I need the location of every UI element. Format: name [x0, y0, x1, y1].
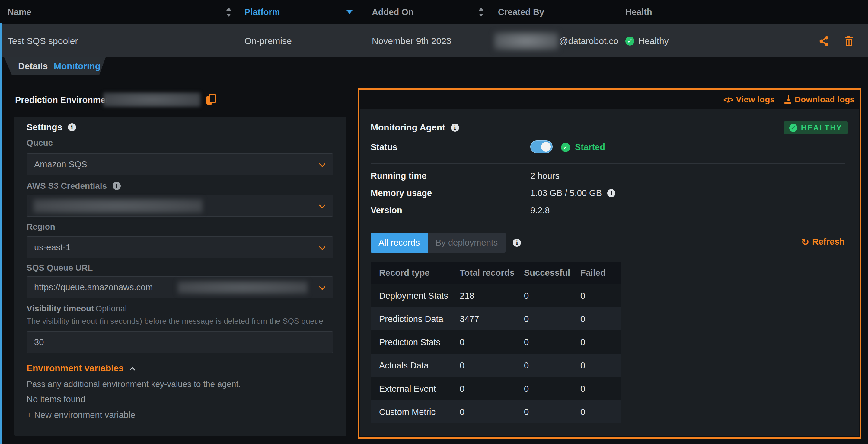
no-items-text: No items found: [27, 394, 85, 405]
running-time-value: 2 hours: [530, 171, 560, 181]
visibility-timeout-value: 30: [34, 337, 44, 347]
info-icon[interactable]: [607, 189, 615, 197]
table-row: Predictions Data 3477 0 0: [371, 307, 621, 330]
table-row: Prediction Stats 0 0 0: [371, 330, 621, 354]
col-total-records: Total records: [460, 268, 515, 278]
monitoring-agent-card: Monitoring Agent HEALTHY Status Started …: [360, 109, 859, 437]
platform-value: On-premise: [245, 36, 292, 46]
view-logs-button[interactable]: </> View logs: [723, 95, 775, 105]
credentials-label: AWS S3 Credentials: [27, 181, 107, 190]
column-created-by: Created By: [498, 7, 544, 17]
visibility-help-text: The visibility timeout (in seconds) befo…: [27, 317, 323, 326]
redacted-sqs-url: [178, 281, 308, 294]
region-select[interactable]: us-east-1: [27, 237, 333, 258]
memory-usage-label: Memory usage: [371, 188, 432, 198]
list-column-header: Name Platform Added On Created By Health: [0, 0, 868, 24]
added-on-value: November 9th 2023: [372, 36, 452, 46]
version-value: 9.2.8: [530, 205, 550, 215]
chevron-down-icon: [319, 161, 326, 167]
status-started: Started: [561, 142, 605, 152]
environment-row[interactable]: Test SQS spooler On-premise November 9th…: [0, 24, 868, 57]
environment-name-link[interactable]: Test SQS spooler: [7, 36, 78, 46]
column-name[interactable]: Name: [7, 7, 31, 17]
redacted-credentials: [33, 199, 203, 213]
queue-label: Queue: [27, 138, 53, 148]
filter-dropdown-icon[interactable]: [346, 10, 352, 14]
health-check-icon: [625, 36, 634, 46]
monitoring-agent-title: Monitoring Agent: [371, 122, 445, 132]
share-icon[interactable]: [818, 35, 830, 47]
settings-title: Settings: [27, 122, 62, 132]
records-view-tabs: All records By deployments: [371, 233, 521, 253]
table-row: External Event 0 0 0: [371, 377, 621, 400]
settings-panel: Settings Queue Amazon SQS AWS S3 Credent…: [14, 117, 346, 436]
table-row: Deployment Stats 218 0 0: [371, 284, 621, 307]
healthy-status-badge: HEALTHY: [784, 121, 848, 134]
code-icon: </>: [723, 95, 733, 105]
delete-icon[interactable]: [843, 35, 855, 47]
redacted-environment-id: [103, 92, 200, 107]
check-icon: [789, 124, 797, 132]
sqs-url-label: SQS Queue URL: [27, 263, 93, 273]
region-label: Region: [27, 222, 55, 232]
sqs-url-value: https://queue.amazonaws.com: [34, 283, 153, 292]
creator-domain: @datarobot.co: [559, 36, 618, 46]
refresh-icon: ↻: [801, 237, 809, 246]
check-icon: [561, 143, 570, 152]
info-icon[interactable]: [513, 239, 521, 247]
table-row: Actuals Data 0 0 0: [371, 354, 621, 377]
tab-details[interactable]: Details: [18, 61, 48, 71]
selected-row-accent-bar: [0, 23, 2, 444]
refresh-button[interactable]: ↻ Refresh: [801, 237, 845, 247]
version-label: Version: [371, 205, 402, 215]
environment-variables-title[interactable]: Environment variables: [27, 363, 124, 373]
region-value: us-east-1: [34, 242, 71, 253]
queue-select[interactable]: Amazon SQS: [27, 153, 333, 175]
redacted-creator-name: [494, 32, 558, 50]
tab-by-deployments[interactable]: By deployments: [428, 233, 505, 253]
monitoring-agent-box: </> View logs Download logs Monitoring A…: [358, 89, 861, 439]
environment-variables-toggle[interactable]: Environment variables: [27, 363, 134, 373]
logs-actions: </> View logs Download logs: [360, 90, 860, 109]
environment-variables-help: Pass any additional environment key-valu…: [27, 379, 241, 389]
info-icon[interactable]: [68, 123, 76, 131]
info-icon[interactable]: [113, 182, 121, 190]
prediction-environment-page: Name Platform Added On Created By Health…: [0, 0, 868, 444]
visibility-timeout-input[interactable]: 30: [27, 331, 333, 353]
tab-monitoring[interactable]: Monitoring: [54, 61, 100, 71]
col-failed: Failed: [580, 268, 606, 278]
credentials-select[interactable]: [27, 195, 333, 216]
tab-all-records[interactable]: All records: [371, 233, 428, 253]
agent-status-toggle[interactable]: [530, 141, 553, 153]
download-logs-button[interactable]: Download logs: [784, 95, 855, 105]
col-record-type: Record type: [379, 268, 430, 278]
column-platform[interactable]: Platform: [245, 7, 280, 17]
sort-icon[interactable]: [226, 7, 231, 17]
copy-icon[interactable]: [206, 92, 216, 106]
status-label: Status: [371, 142, 398, 152]
visibility-optional-flag: Optional: [95, 304, 127, 313]
sort-icon[interactable]: [479, 7, 484, 17]
divider: [371, 223, 845, 223]
health-value: Healthy: [638, 36, 669, 46]
chevron-down-icon: [319, 202, 326, 208]
tab-container: Details Monitoring: [2, 57, 108, 75]
table-header: Record type Total records Successful Fai…: [371, 262, 621, 284]
queue-value: Amazon SQS: [34, 159, 87, 170]
col-successful: Successful: [524, 268, 570, 278]
chevron-down-icon: [319, 244, 326, 250]
memory-usage-value: 1.03 GB / 5.00 GB: [530, 188, 602, 198]
table-row: Custom Metric 0 0 0: [371, 400, 621, 423]
download-icon: [784, 95, 792, 104]
column-health: Health: [625, 7, 652, 17]
chevron-down-icon: [319, 284, 326, 290]
chevron-up-icon: [130, 367, 135, 373]
column-added-on[interactable]: Added On: [372, 7, 414, 17]
new-environment-variable-button[interactable]: + New environment variable: [27, 410, 135, 420]
info-icon[interactable]: [451, 123, 459, 132]
running-time-label: Running time: [371, 171, 427, 181]
divider: [371, 164, 845, 164]
detail-tabs: Details Monitoring: [0, 57, 868, 75]
sqs-url-select[interactable]: https://queue.amazonaws.com: [27, 276, 333, 298]
visibility-timeout-label: Visibility timeout: [27, 304, 94, 313]
